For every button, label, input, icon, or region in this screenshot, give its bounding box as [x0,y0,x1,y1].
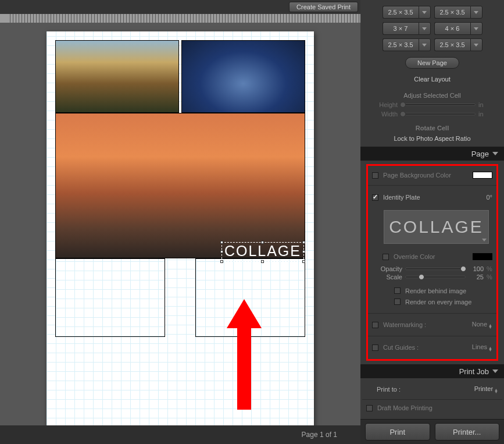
scale-value: 25 [469,273,484,280]
svg-marker-0 [227,299,262,410]
identity-plate-checkbox[interactable] [372,194,378,201]
override-color-swatch[interactable] [473,253,492,260]
chevron-down-icon [492,370,498,373]
annotation-arrow [221,299,267,415]
identity-plate-preview[interactable]: COLLAGE [384,210,489,244]
page-panel-title: Page [471,150,489,158]
percent-label: % [487,265,492,272]
clear-layout-button[interactable]: Clear Layout [396,73,468,85]
aspect-ratio-button[interactable]: 2.5 × 3.5 [383,38,431,51]
photo-thumbnail [182,41,305,112]
create-saved-print-button[interactable]: Create Saved Print [289,2,358,12]
height-slider[interactable] [401,104,476,106]
render-every-checkbox[interactable] [394,299,401,305]
ruler-top [0,14,360,23]
print-job-panel-title: Print Job [459,367,489,376]
chevron-down-icon[interactable] [470,6,482,19]
identity-plate-text: COLLAGE [224,243,301,259]
chevron-down-icon[interactable] [419,6,431,19]
chevron-down-icon[interactable] [470,38,482,51]
print-canvas[interactable]: COLLAGE [0,23,360,444]
draft-mode-checkbox[interactable] [366,405,373,411]
photo-thumbnail [56,113,305,258]
rotate-cell-label: Rotate Cell [360,125,504,132]
chevron-down-icon[interactable] [419,38,431,51]
page-count-label: Page 1 of 1 [302,431,337,439]
cut-guides-value[interactable]: Lines▲▼ [472,343,492,351]
print-job-panel-header[interactable]: Print Job [360,364,504,378]
unit-label: in [478,101,491,108]
render-every-label: Render on every image [405,299,492,306]
cut-guides-label: Cut Guides : [383,344,467,351]
aspect-ratio-grid: 2.5 × 3.5 2.5 × 3.5 3 × 7 4 × 6 2.5 × 3.… [360,0,504,55]
height-label: Height [373,101,398,108]
print-button[interactable]: Print [365,423,430,441]
aspect-ratio-button[interactable]: 4 × 6 [434,22,482,35]
identity-plate-overlay[interactable]: COLLAGE [221,242,304,262]
cut-guides-checkbox[interactable] [372,344,378,351]
chevron-down-icon [492,152,498,155]
scale-slider[interactable] [405,276,466,278]
page-bg-color-label: Page Background Color [383,172,468,179]
width-slider[interactable] [401,113,476,115]
identity-plate-label: Identity Plate [383,194,481,201]
watermarking-checkbox[interactable] [372,322,378,328]
page-bg-color-checkbox[interactable] [372,172,378,179]
unit-label: in [478,111,491,118]
aspect-ratio-button[interactable]: 3 × 7 [383,22,431,35]
opacity-slider[interactable] [405,268,466,270]
render-behind-checkbox[interactable] [394,287,401,294]
layout-cell-1[interactable] [55,40,179,113]
opacity-value: 100 [469,265,484,272]
adjust-selected-cell-label: Adjust Selected Cell [360,92,504,99]
aspect-ratio-button[interactable]: 2.5 × 3.5 [434,38,482,51]
page-panel-header[interactable]: Page [360,147,504,161]
print-page[interactable]: COLLAGE [47,31,314,437]
aspect-ratio-button[interactable]: 2.5 × 3.5 [383,6,431,19]
identity-rotation[interactable]: 0° [486,194,492,201]
watermarking-value[interactable]: None▲▼ [472,321,492,329]
layout-cell-2[interactable] [181,40,305,113]
layout-cell-3[interactable] [55,113,305,258]
aspect-ratio-button[interactable]: 2.5 × 3.5 [434,6,482,19]
scale-label: Scale [376,273,402,280]
page-bg-color-swatch[interactable] [473,172,492,179]
printer-button[interactable]: Printer... [435,423,500,441]
watermarking-label: Watermarking : [383,321,467,328]
override-color-label: Override Color [394,253,468,260]
chevron-down-icon [482,239,487,241]
print-to-label: Print to : [377,386,470,393]
lock-aspect-button[interactable]: Lock to Photo Aspect Ratio [360,135,504,142]
draft-mode-label: Draft Mode Printing [377,404,498,411]
chevron-down-icon[interactable] [419,22,431,35]
override-color-checkbox[interactable] [383,254,389,260]
opacity-label: Opacity [376,265,402,272]
identity-plate-preview-text: COLLAGE [389,217,484,237]
highlighted-section: Page Background Color Identity Plate 0° … [366,164,498,361]
chevron-down-icon[interactable] [470,22,482,35]
photo-thumbnail [56,41,178,112]
render-behind-label: Render behind image [405,287,492,294]
width-label: Width [373,111,398,118]
print-to-value[interactable]: Printer▲▼ [474,385,498,393]
new-page-button[interactable]: New Page [405,57,459,69]
layout-cell-4[interactable] [55,258,165,337]
percent-label: % [487,273,492,280]
